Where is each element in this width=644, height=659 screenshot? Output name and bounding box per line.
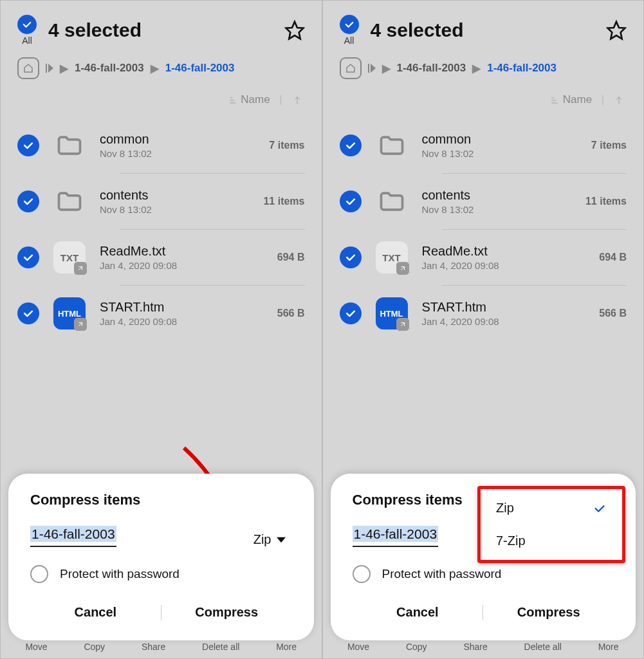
toolbar-item[interactable]: Move — [347, 642, 369, 652]
list-item[interactable]: TXT ReadMe.txtJan 4, 2020 09:08 694 B — [323, 230, 644, 285]
check-icon[interactable] — [340, 190, 362, 212]
protect-password-row[interactable]: Protect with password — [353, 565, 614, 583]
dropdown-option-7zip[interactable]: 7-Zip — [481, 524, 622, 557]
sort-label: Name — [241, 93, 270, 106]
breadcrumb-item[interactable]: 1-46-fall-2003 — [75, 62, 144, 75]
file-name: common — [422, 132, 591, 147]
select-all-label: All — [344, 35, 354, 46]
sort-label: Name — [563, 93, 592, 106]
file-date: Nov 8 13:02 — [100, 204, 263, 215]
skip-icon — [46, 64, 53, 73]
page-title: 4 selected — [48, 19, 284, 41]
check-icon — [17, 15, 37, 34]
svg-rect-9 — [368, 64, 369, 73]
cancel-button[interactable]: Cancel — [353, 599, 483, 626]
breadcrumb-item-active[interactable]: 1-46-fall-2003 — [165, 62, 235, 75]
svg-marker-2 — [48, 64, 53, 73]
file-meta: 566 B — [277, 308, 305, 319]
screenshot-right: All 4 selected ▶ 1-46-fall-2003 ▶ 1-46-f… — [322, 0, 645, 659]
archive-name-input[interactable]: 1-46-fall-2003 — [30, 526, 116, 547]
compress-button[interactable]: Compress — [161, 599, 292, 626]
toolbar-item[interactable]: Delete all — [202, 642, 239, 652]
select-all-label: All — [22, 35, 32, 46]
check-icon[interactable] — [17, 135, 39, 156]
list-item[interactable]: TXT ReadMe.txtJan 4, 2020 09:08 694 B — [1, 230, 322, 285]
toolbar-item[interactable]: Delete all — [524, 642, 562, 652]
svg-rect-1 — [46, 64, 47, 73]
toolbar-item[interactable]: More — [598, 642, 619, 652]
list-item[interactable]: contentsNov 8 13:02 11 items — [1, 174, 322, 229]
html-file-icon: HTML — [376, 297, 408, 330]
toolbar-item[interactable]: Share — [463, 642, 487, 652]
list-item[interactable]: HTML START.htmJan 4, 2020 09:08 566 B — [323, 286, 644, 341]
home-icon[interactable] — [340, 57, 362, 79]
file-list: commonNov 8 13:02 7 items contentsNov 8 … — [323, 118, 644, 341]
toolbar-item[interactable]: Share — [142, 642, 165, 652]
breadcrumb: ▶ 1-46-fall-2003 ▶ 1-46-fall-2003 — [1, 51, 322, 83]
toolbar-item[interactable]: More — [276, 642, 297, 652]
check-icon[interactable] — [340, 302, 362, 324]
chevron-icon: ▶ — [472, 62, 481, 75]
format-dropdown-menu: Zip 7-Zip — [477, 486, 625, 563]
list-item[interactable]: HTML START.htmJan 4, 2020 09:08 566 B — [1, 286, 322, 341]
list-item[interactable]: contentsNov 8 13:02 11 items — [323, 174, 644, 229]
file-meta: 566 B — [599, 308, 627, 319]
folder-icon — [53, 185, 86, 218]
breadcrumb-item[interactable]: 1-46-fall-2003 — [397, 62, 466, 75]
shortcut-badge-icon — [74, 318, 87, 331]
home-icon[interactable] — [17, 57, 39, 79]
radio-icon[interactable] — [353, 565, 371, 583]
screenshot-left: All 4 selected ▶ 1-46-fall-2003 ▶ 1-46-f… — [0, 0, 322, 659]
select-all[interactable]: All — [340, 15, 359, 46]
sort-icon — [228, 95, 238, 106]
sheet-title: Compress items — [30, 492, 292, 508]
toolbar-item[interactable]: Copy — [406, 642, 427, 652]
file-list: commonNov 8 13:02 7 items contentsNov 8 … — [1, 118, 322, 341]
radio-icon[interactable] — [30, 565, 48, 583]
check-icon[interactable] — [340, 246, 362, 268]
breadcrumb: ▶ 1-46-fall-2003 ▶ 1-46-fall-2003 — [323, 51, 644, 83]
file-name: contents — [422, 188, 585, 203]
header: All 4 selected — [1, 1, 322, 51]
arrow-up-icon[interactable] — [614, 95, 624, 106]
bottom-toolbar: Move Copy Share Delete all More — [323, 642, 644, 658]
cancel-button[interactable]: Cancel — [30, 599, 161, 626]
file-meta: 694 B — [277, 252, 305, 263]
compress-button[interactable]: Compress — [483, 599, 614, 626]
sort-row[interactable]: Name | — [323, 83, 644, 118]
svg-marker-10 — [371, 64, 376, 73]
file-date: Jan 4, 2020 09:08 — [100, 316, 277, 327]
check-icon[interactable] — [17, 246, 39, 268]
toolbar-item[interactable]: Copy — [84, 642, 105, 652]
list-item[interactable]: commonNov 8 13:02 7 items — [323, 118, 644, 173]
toolbar-item[interactable]: Move — [25, 642, 47, 652]
check-icon[interactable] — [17, 190, 39, 212]
dropdown-option-label: 7-Zip — [496, 534, 526, 548]
file-name: START.htm — [100, 300, 277, 315]
sort-divider: | — [602, 93, 604, 106]
star-icon[interactable] — [284, 20, 305, 41]
folder-icon — [376, 185, 408, 218]
file-name: contents — [100, 188, 263, 203]
check-icon — [340, 15, 359, 34]
file-date: Nov 8 13:02 — [100, 148, 269, 159]
sheet-buttons: Cancel Compress — [353, 599, 614, 626]
dropdown-option-zip[interactable]: Zip — [481, 492, 622, 524]
breadcrumb-item-active[interactable]: 1-46-fall-2003 — [487, 62, 557, 75]
arrow-up-icon[interactable] — [292, 95, 302, 106]
file-meta: 7 items — [591, 140, 627, 151]
format-dropdown[interactable]: Zip — [253, 532, 292, 547]
header: All 4 selected — [323, 1, 644, 51]
star-icon[interactable] — [606, 20, 627, 41]
sort-row[interactable]: Name | — [1, 83, 322, 118]
file-date: Nov 8 13:02 — [422, 148, 591, 159]
check-icon[interactable] — [340, 135, 362, 156]
archive-name-input[interactable]: 1-46-fall-2003 — [353, 526, 439, 547]
check-icon[interactable] — [17, 302, 39, 324]
sort-icon — [549, 95, 560, 106]
file-name: ReadMe.txt — [100, 244, 277, 259]
select-all[interactable]: All — [17, 15, 37, 46]
chevron-icon: ▶ — [60, 62, 68, 75]
list-item[interactable]: commonNov 8 13:02 7 items — [1, 118, 322, 173]
protect-password-row[interactable]: Protect with password — [30, 565, 292, 583]
